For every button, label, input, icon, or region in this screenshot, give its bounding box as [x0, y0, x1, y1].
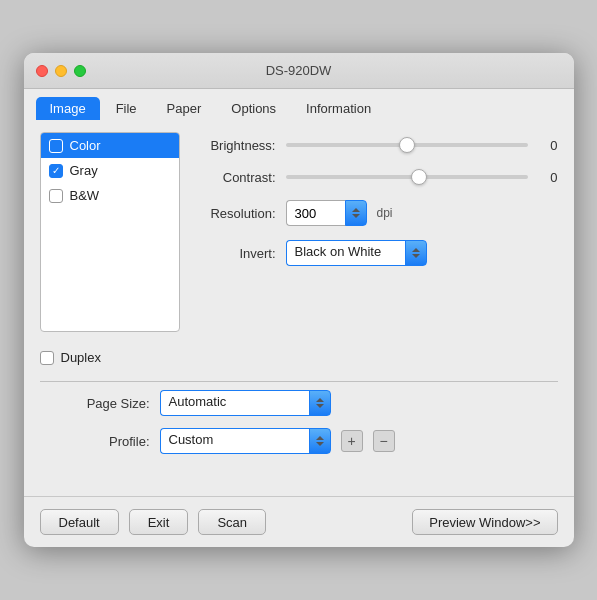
page-size-dropdown-button[interactable] — [309, 390, 331, 416]
invert-arrow-up-icon — [412, 248, 420, 252]
tab-image[interactable]: Image — [36, 97, 100, 120]
contrast-row: Contrast: 0 — [196, 168, 558, 186]
brightness-thumb[interactable] — [399, 137, 415, 153]
gray-label: Gray — [70, 163, 98, 178]
bottom-buttons: Default Exit Scan Preview Window>> — [24, 496, 574, 547]
bw-checkbox[interactable] — [49, 189, 63, 203]
main-area: Color ✓ Gray B&W Brig — [40, 132, 558, 332]
contrast-track — [286, 175, 528, 179]
resolution-row: Resolution: dpi — [196, 200, 558, 226]
brightness-slider[interactable] — [286, 136, 528, 154]
scan-button[interactable]: Scan — [198, 509, 266, 535]
profile-label: Profile: — [80, 434, 150, 449]
tab-options[interactable]: Options — [217, 97, 290, 120]
profile-dropdown-button[interactable] — [309, 428, 331, 454]
contrast-thumb[interactable] — [411, 169, 427, 185]
invert-arrow-down-icon — [412, 254, 420, 258]
close-button[interactable] — [36, 65, 48, 77]
brightness-track — [286, 143, 528, 147]
contrast-value: 0 — [538, 170, 558, 185]
page-size-label: Page Size: — [80, 396, 150, 411]
default-button[interactable]: Default — [40, 509, 119, 535]
duplex-label: Duplex — [61, 350, 101, 365]
main-window: DS-920DW Image File Paper Options Inform… — [24, 53, 574, 547]
image-type-list: Color ✓ Gray B&W — [40, 132, 180, 332]
minimize-button[interactable] — [55, 65, 67, 77]
bw-label: B&W — [70, 188, 100, 203]
content-area: Color ✓ Gray B&W Brig — [24, 120, 574, 466]
list-item-gray[interactable]: ✓ Gray — [41, 158, 179, 183]
settings-panel: Brightness: 0 Contrast: — [196, 132, 558, 332]
page-size-row: Page Size: Automatic — [40, 390, 558, 416]
invert-label: Invert: — [196, 246, 276, 261]
tab-paper[interactable]: Paper — [153, 97, 216, 120]
brightness-row: Brightness: 0 — [196, 136, 558, 154]
resolution-input[interactable] — [286, 200, 346, 226]
page-size-arrow-up-icon — [316, 398, 324, 402]
list-item-bw[interactable]: B&W — [41, 183, 179, 208]
page-size-value: Automatic — [160, 390, 310, 416]
invert-dropdown-button[interactable] — [405, 240, 427, 266]
page-size-arrow-down-icon — [316, 404, 324, 408]
resolution-dropdown-button[interactable] — [345, 200, 367, 226]
gray-checkbox[interactable]: ✓ — [49, 164, 63, 178]
maximize-button[interactable] — [74, 65, 86, 77]
duplex-row: Duplex — [40, 346, 558, 373]
invert-value: Black on White — [286, 240, 406, 266]
page-size-select-group: Automatic — [160, 390, 331, 416]
profile-arrow-down-icon — [316, 442, 324, 446]
resolution-unit: dpi — [377, 206, 393, 220]
invert-select-group: Black on White — [286, 240, 427, 266]
separator — [40, 381, 558, 382]
preview-button[interactable]: Preview Window>> — [412, 509, 557, 535]
tab-information[interactable]: Information — [292, 97, 385, 120]
arrow-down-icon — [352, 214, 360, 218]
color-checkbox[interactable] — [49, 139, 63, 153]
resolution-label: Resolution: — [196, 206, 276, 221]
profile-arrow-up-icon — [316, 436, 324, 440]
window-title: DS-920DW — [266, 63, 332, 78]
tab-file[interactable]: File — [102, 97, 151, 120]
profile-row: Profile: Custom + − — [40, 428, 558, 454]
profile-add-button[interactable]: + — [341, 430, 363, 452]
tab-bar: Image File Paper Options Information — [24, 89, 574, 120]
traffic-lights — [36, 65, 86, 77]
profile-remove-button[interactable]: − — [373, 430, 395, 452]
brightness-label: Brightness: — [196, 138, 276, 153]
color-label: Color — [70, 138, 101, 153]
arrow-up-icon — [352, 208, 360, 212]
contrast-label: Contrast: — [196, 170, 276, 185]
brightness-value: 0 — [538, 138, 558, 153]
profile-select-group: Custom — [160, 428, 331, 454]
duplex-checkbox[interactable] — [40, 351, 54, 365]
exit-button[interactable]: Exit — [129, 509, 189, 535]
invert-row: Invert: Black on White — [196, 240, 558, 266]
titlebar: DS-920DW — [24, 53, 574, 89]
contrast-slider[interactable] — [286, 168, 528, 186]
profile-value: Custom — [160, 428, 310, 454]
checkmark-icon: ✓ — [52, 166, 60, 176]
list-item-color[interactable]: Color — [41, 133, 179, 158]
resolution-select-group — [286, 200, 367, 226]
